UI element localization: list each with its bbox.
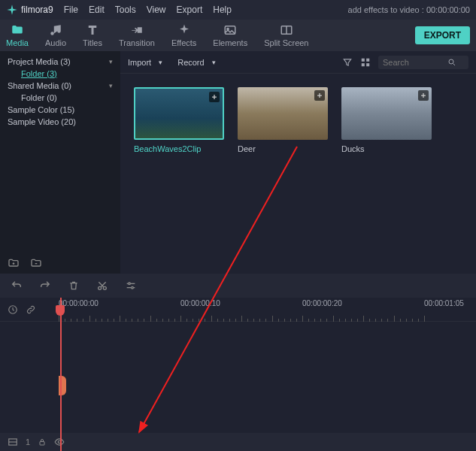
thumbnail-item[interactable]: Deer bbox=[238, 87, 328, 153]
thumbnail-item[interactable]: Ducks bbox=[341, 87, 432, 153]
music-icon bbox=[49, 23, 62, 37]
menu-tools[interactable]: Tools bbox=[115, 5, 136, 15]
media-tree-sidebar: Project Media (3)▾ Folder (3) Shared Med… bbox=[0, 51, 120, 274]
thumbnails-grid: BeachWaves2Clip Deer Ducks bbox=[120, 74, 476, 167]
tab-audio[interactable]: Audio bbox=[45, 23, 66, 47]
pinwheel-icon bbox=[6, 4, 18, 16]
logo-text: filmora9 bbox=[21, 5, 53, 15]
svg-point-15 bbox=[132, 286, 134, 289]
thumbnail-image bbox=[238, 87, 328, 140]
record-dropdown[interactable]: Record ▾ bbox=[177, 58, 215, 67]
menubar: filmora9 File Edit Tools View Export Hel… bbox=[0, 0, 476, 20]
transition-icon bbox=[130, 23, 144, 37]
tree-sample-color[interactable]: Sample Color (15) bbox=[0, 104, 120, 116]
thumbnail-label: BeachWaves2Clip bbox=[134, 144, 224, 153]
tree-folder-0[interactable]: Folder (0) bbox=[0, 92, 120, 104]
tree-shared-media[interactable]: Shared Media (0)▾ bbox=[0, 80, 120, 92]
menu-help[interactable]: Help bbox=[213, 5, 232, 15]
filter-icon[interactable] bbox=[342, 57, 353, 68]
timecode-icon[interactable] bbox=[8, 304, 18, 315]
timeline-footer: 1 bbox=[0, 433, 476, 451]
add-badge-icon[interactable] bbox=[209, 92, 220, 102]
ruler-time-label: 00:00:00:10 bbox=[180, 299, 220, 307]
menu-edit[interactable]: Edit bbox=[89, 5, 105, 15]
svg-line-9 bbox=[453, 63, 456, 65]
chevron-down-icon: ▾ bbox=[109, 82, 113, 89]
media-browser: Import ▾ Record ▾ bbox=[120, 51, 476, 274]
chevron-down-icon: ▾ bbox=[159, 59, 162, 66]
timeline-ruler[interactable]: 00:00:00:0000:00:00:1000:00:00:2000:00:0… bbox=[59, 298, 476, 322]
add-badge-icon[interactable] bbox=[314, 90, 325, 101]
playhead[interactable] bbox=[60, 298, 62, 451]
chevron-down-icon: ▾ bbox=[212, 59, 216, 66]
undo-button[interactable] bbox=[11, 280, 23, 292]
add-badge-icon[interactable] bbox=[418, 90, 429, 101]
cut-button[interactable] bbox=[96, 280, 108, 292]
svg-point-14 bbox=[129, 283, 131, 285]
svg-rect-5 bbox=[366, 58, 369, 61]
import-dropdown[interactable]: Import ▾ bbox=[128, 58, 162, 67]
search-icon bbox=[447, 58, 456, 67]
track-count: 1 bbox=[26, 437, 30, 446]
redo-button[interactable] bbox=[39, 280, 51, 292]
ruler-time-label: 00:00:00:20 bbox=[302, 299, 342, 307]
tab-elements[interactable]: Elements bbox=[213, 23, 247, 47]
svg-rect-7 bbox=[366, 63, 369, 66]
delete-button[interactable] bbox=[68, 280, 80, 292]
thumbnail-label: Deer bbox=[238, 144, 328, 153]
export-button[interactable]: EXPORT bbox=[415, 26, 470, 44]
sparkle-icon bbox=[177, 23, 191, 37]
thumbnail-label: Ducks bbox=[341, 144, 432, 153]
playhead-handle[interactable] bbox=[56, 305, 65, 316]
tab-split-screen[interactable]: Split Screen bbox=[264, 23, 308, 47]
tree-sample-video[interactable]: Sample Video (20) bbox=[0, 116, 120, 128]
menu-export[interactable]: Export bbox=[177, 5, 203, 15]
titlebar-project-info: add effects to video : 00:00:00:00 bbox=[348, 5, 470, 14]
tab-effects[interactable]: Effects bbox=[171, 23, 196, 47]
grid-view-icon[interactable] bbox=[360, 57, 371, 68]
lock-icon[interactable] bbox=[38, 437, 47, 446]
menu-file[interactable]: File bbox=[64, 5, 78, 15]
tab-titles[interactable]: Titles bbox=[83, 23, 102, 47]
folder-icon bbox=[11, 23, 24, 37]
settings-button[interactable] bbox=[125, 280, 137, 292]
menu-view[interactable]: View bbox=[147, 5, 166, 15]
search-input[interactable] bbox=[383, 58, 443, 67]
search-box[interactable] bbox=[378, 56, 468, 69]
svg-rect-19 bbox=[40, 442, 44, 446]
new-folder-icon[interactable] bbox=[8, 257, 20, 269]
image-icon bbox=[223, 23, 237, 37]
timeline[interactable]: 00:00:00:0000:00:00:1000:00:00:2000:00:0… bbox=[0, 298, 476, 451]
svg-rect-6 bbox=[362, 63, 365, 66]
tab-media[interactable]: Media bbox=[6, 23, 29, 47]
timeline-toolbar bbox=[0, 274, 476, 298]
ruler-time-label: 00:00:01:05 bbox=[424, 299, 464, 307]
delete-folder-icon[interactable] bbox=[30, 257, 42, 269]
link-icon[interactable] bbox=[26, 304, 36, 315]
app-logo: filmora9 bbox=[6, 4, 53, 16]
thumbnail-item[interactable]: BeachWaves2Clip bbox=[134, 87, 224, 153]
thumbnail-image bbox=[341, 87, 432, 140]
chevron-down-icon: ▾ bbox=[109, 58, 113, 65]
tab-transition[interactable]: Transition bbox=[119, 23, 155, 47]
split-icon bbox=[280, 23, 293, 37]
text-icon bbox=[86, 23, 99, 37]
thumbnail-image bbox=[134, 87, 224, 140]
tracks-icon[interactable] bbox=[8, 437, 18, 447]
tooltabs: Media Audio Titles Transition Effects El… bbox=[0, 20, 476, 51]
svg-point-8 bbox=[449, 59, 453, 64]
tree-project-media[interactable]: Project Media (3)▾ bbox=[0, 56, 120, 68]
tree-folder-3[interactable]: Folder (3) bbox=[0, 68, 120, 80]
svg-rect-4 bbox=[362, 58, 365, 61]
